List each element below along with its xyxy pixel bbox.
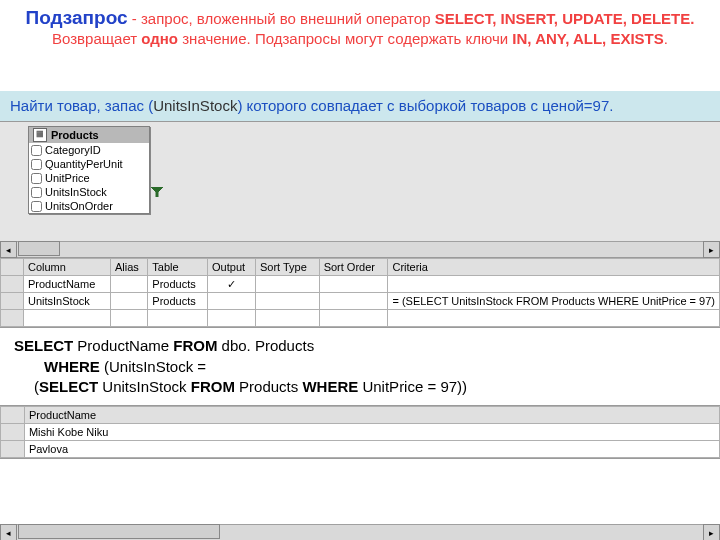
col-header[interactable]: Output: [208, 259, 256, 276]
query-designer-diagram-pane[interactable]: ▦ Products CategoryID QuantityPerUnit Un…: [0, 121, 720, 258]
row-selector[interactable]: [1, 310, 24, 327]
def-kw: SELECT, INSERT, UPDATE, DELETE.: [435, 10, 695, 27]
cell-alias[interactable]: [110, 310, 147, 327]
table-col[interactable]: CategoryID: [29, 143, 149, 157]
cell-alias[interactable]: [110, 293, 147, 310]
cell-alias[interactable]: [110, 276, 147, 293]
sql-keyword: SELECT: [14, 337, 73, 354]
sql-keyword: SELECT: [39, 378, 98, 395]
col-checkbox[interactable]: [31, 145, 42, 156]
col-checkbox[interactable]: [31, 187, 42, 198]
col-header[interactable]: Sort Type: [255, 259, 319, 276]
cell-output[interactable]: [208, 293, 256, 310]
table-col[interactable]: UnitPrice: [29, 171, 149, 185]
sql-keyword: WHERE: [44, 358, 100, 375]
cell-criteria[interactable]: = (SELECT UnitsInStock FROM Products WHE…: [388, 293, 720, 310]
task-text: Найти товар, запас (: [10, 97, 153, 114]
table-title: Products: [51, 129, 99, 141]
scroll-right-button[interactable]: ▸: [703, 241, 720, 258]
cell-sortorder[interactable]: [319, 310, 388, 327]
svg-marker-0: [151, 187, 163, 197]
cell-sortorder[interactable]: [319, 293, 388, 310]
def-text: значение. Подзапросы могут содержать клю…: [178, 30, 512, 47]
cell-sorttype[interactable]: [255, 293, 319, 310]
def-text: .: [664, 30, 668, 47]
sql-text-part: dbo. Products: [217, 337, 314, 354]
results-pane[interactable]: ProductName Mishi Kobe Niku Pavlova: [0, 405, 720, 459]
row-selector-header: [1, 407, 25, 424]
sql-text-part: Products: [235, 378, 303, 395]
grid-row[interactable]: ProductName Products ✓: [1, 276, 720, 293]
col-header[interactable]: Alias: [110, 259, 147, 276]
diagram-hscrollbar[interactable]: ◂ ▸: [0, 241, 720, 257]
row-selector-header: [1, 259, 24, 276]
table-header[interactable]: ▦ Products: [29, 127, 149, 143]
cell-output[interactable]: ✓: [208, 276, 256, 293]
row-selector[interactable]: [1, 441, 25, 458]
row-selector[interactable]: [1, 276, 24, 293]
sql-keyword: FROM: [173, 337, 217, 354]
cell-column[interactable]: ProductName: [24, 276, 111, 293]
col-header[interactable]: Table: [148, 259, 208, 276]
sql-keyword: FROM: [191, 378, 235, 395]
col-label: UnitsInStock: [45, 186, 107, 198]
col-label: QuantityPerUnit: [45, 158, 123, 170]
def-text: - запрос, вложенный во внешний оператор: [128, 10, 435, 27]
grid-row[interactable]: UnitsInStock Products = (SELECT UnitsInS…: [1, 293, 720, 310]
cell-sortorder[interactable]: [319, 276, 388, 293]
cell-table[interactable]: Products: [148, 276, 208, 293]
def-text: Возвращает: [52, 30, 141, 47]
row-selector[interactable]: [1, 293, 24, 310]
table-col[interactable]: UnitsOnOrder: [29, 199, 149, 213]
def-kw: одно: [141, 30, 178, 47]
term: Подзапрос: [26, 7, 128, 28]
col-label: UnitPrice: [45, 172, 90, 184]
sql-text: SELECT ProductName FROM dbo. Products WH…: [0, 328, 720, 405]
scroll-left-button[interactable]: ◂: [0, 241, 17, 258]
cell-column[interactable]: [24, 310, 111, 327]
scroll-right-button[interactable]: ▸: [703, 524, 720, 540]
result-cell[interactable]: Mishi Kobe Niku: [24, 424, 719, 441]
sql-keyword: WHERE: [302, 378, 358, 395]
cell-criteria[interactable]: [388, 276, 720, 293]
result-col-header[interactable]: ProductName: [24, 407, 719, 424]
scroll-thumb[interactable]: [18, 524, 220, 539]
grid-row[interactable]: [1, 310, 720, 327]
col-label: CategoryID: [45, 144, 101, 156]
table-products[interactable]: ▦ Products CategoryID QuantityPerUnit Un…: [28, 126, 150, 214]
task-units: UnitsInStock: [153, 97, 237, 114]
criteria-grid[interactable]: Column Alias Table Output Sort Type Sort…: [0, 258, 720, 327]
results-table[interactable]: ProductName Mishi Kobe Niku Pavlova: [0, 406, 720, 458]
sql-text-part: (UnitsInStock =: [100, 358, 206, 375]
def-kw: IN, ANY, ALL, EXISTS: [512, 30, 663, 47]
task-text: ) которого совпадает с выборкой товаров …: [237, 97, 613, 114]
cell-table[interactable]: Products: [148, 293, 208, 310]
cell-sorttype[interactable]: [255, 276, 319, 293]
result-row[interactable]: Pavlova: [1, 441, 720, 458]
slide: Подзапрос - запрос, вложенный во внешний…: [0, 0, 720, 540]
criteria-grid-pane[interactable]: Column Alias Table Output Sort Type Sort…: [0, 258, 720, 328]
grid-hscrollbar[interactable]: ◂ ▸: [0, 524, 720, 540]
cell-table[interactable]: [148, 310, 208, 327]
col-checkbox[interactable]: [31, 159, 42, 170]
result-row[interactable]: Mishi Kobe Niku: [1, 424, 720, 441]
table-col[interactable]: UnitsInStock: [29, 185, 149, 199]
scroll-left-button[interactable]: ◂: [0, 524, 17, 540]
cell-criteria[interactable]: [388, 310, 720, 327]
col-header[interactable]: Criteria: [388, 259, 720, 276]
row-selector[interactable]: [1, 424, 25, 441]
definition-block: Подзапрос - запрос, вложенный во внешний…: [0, 0, 720, 53]
grid-header-row: Column Alias Table Output Sort Type Sort…: [1, 259, 720, 276]
col-header[interactable]: Sort Order: [319, 259, 388, 276]
col-checkbox[interactable]: [31, 201, 42, 212]
cell-column[interactable]: UnitsInStock: [24, 293, 111, 310]
result-cell[interactable]: Pavlova: [24, 441, 719, 458]
col-label: UnitsOnOrder: [45, 200, 113, 212]
table-col[interactable]: QuantityPerUnit: [29, 157, 149, 171]
col-checkbox[interactable]: [31, 173, 42, 184]
task-banner: Найти товар, запас (UnitsInStock) которо…: [0, 91, 720, 122]
cell-output[interactable]: [208, 310, 256, 327]
col-header[interactable]: Column: [24, 259, 111, 276]
cell-sorttype[interactable]: [255, 310, 319, 327]
scroll-thumb[interactable]: [18, 241, 60, 256]
